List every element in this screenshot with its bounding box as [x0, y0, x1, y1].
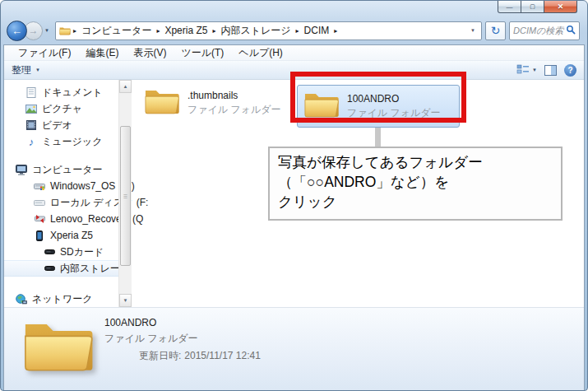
minimize-button[interactable]: — [498, 1, 521, 13]
sidebar-item-label: SDカード [60, 245, 104, 259]
file-type: ファイル フォルダー [188, 103, 281, 117]
recovery-drive-icon [34, 213, 45, 225]
scroll-up-icon[interactable]: ▲ [119, 80, 132, 93]
command-toolbar: 整理 ▼ ▼ [4, 61, 584, 80]
breadcrumb-dcim[interactable]: DCIM [302, 25, 332, 36]
menu-edit[interactable]: 編集(E) [78, 46, 126, 60]
sidebar-item-label: ミュージック [42, 135, 102, 149]
refresh-button[interactable]: ↻ [485, 21, 506, 40]
folder-icon [59, 25, 71, 36]
breadcrumb-separator: ▸ [72, 27, 78, 35]
menu-tools[interactable]: ツール(T) [174, 46, 231, 60]
sidebar-item-local-disk-f[interactable]: ローカル ディスク (F: [4, 194, 132, 211]
forward-arrow-icon: → [29, 25, 39, 36]
sidebar-item-windows7-os[interactable]: Windows7_OS (C:) [4, 178, 132, 194]
help-button[interactable]: ? [564, 64, 576, 77]
sidebar-item-videos[interactable]: ビデオ [4, 117, 132, 133]
sidebar-item-label: ネットワーク [32, 292, 92, 306]
scrollbar-thumb[interactable] [120, 126, 131, 266]
search-box[interactable] [509, 21, 580, 40]
toolbar-right-icons: ▼ ? [516, 64, 576, 77]
sidebar-item-label: コンピューター [32, 163, 102, 177]
change-view-button[interactable]: ▼ [516, 64, 537, 76]
sidebar-item-sd-card[interactable]: SDカード [4, 244, 132, 260]
chevron-down-icon: ▼ [532, 67, 537, 72]
back-arrow-icon: ← [12, 25, 22, 37]
address-dropdown[interactable]: ▼ [468, 28, 478, 33]
sidebar-item-label: ピクチャ [42, 102, 82, 116]
breadcrumb-computer[interactable]: コンピューター [79, 24, 154, 38]
os-drive-icon [34, 180, 45, 192]
scrollbar-track[interactable] [119, 93, 132, 294]
phone-icon [34, 230, 45, 241]
folder-tile-100andro[interactable]: 100ANDRO ファイル フォルダー [297, 85, 460, 128]
recent-pages-dropdown[interactable]: ▼ [44, 28, 49, 33]
folder-icon [144, 86, 180, 120]
annotation-callout: 写真が保存してあるフォルダー （「○○ANDRO」など）を クリック [268, 147, 563, 221]
title-bar[interactable]: — ▢ ✕ [1, 1, 587, 18]
file-type: ファイル フォルダー [347, 106, 441, 120]
selected-folder-icon [22, 313, 104, 391]
sidebar-item-label: Xperia Z5 [50, 230, 93, 241]
menu-view[interactable]: 表示(V) [126, 46, 174, 60]
sd-card-icon [44, 246, 55, 258]
details-file-name: 100ANDRO [104, 317, 261, 328]
sidebar-item-xperia-z5[interactable]: Xperia Z5 [4, 227, 132, 244]
back-button[interactable]: ← [7, 21, 27, 41]
sidebar-scrollbar[interactable]: ▲ ▼ [118, 80, 132, 307]
breadcrumb-xperia-z5[interactable]: Xperia Z5 [162, 25, 210, 36]
document-icon [25, 86, 37, 98]
menu-bar: ファイル(F) 編集(E) 表示(V) ツール(T) ヘルプ(H) [4, 45, 584, 61]
search-input[interactable] [513, 26, 566, 35]
disk-drive-icon [34, 197, 45, 208]
menu-help[interactable]: ヘルプ(H) [231, 46, 290, 60]
preview-pane-icon [544, 65, 557, 76]
network-icon [16, 293, 27, 305]
details-modified: 更新日時:2015/11/17 12:41 [104, 349, 261, 363]
computer-icon [16, 164, 27, 175]
breadcrumb-separator: ▸ [211, 27, 217, 35]
details-pane: 100ANDRO ファイル フォルダー 更新日時:2015/11/17 12:4… [4, 307, 584, 391]
sidebar-item-pictures[interactable]: ピクチャ [4, 100, 132, 117]
views-icon [516, 64, 530, 76]
address-bar[interactable]: ▸ コンピューター ▸ Xperia Z5 ▸ 内部ストレージ ▸ DCIM ▸… [55, 21, 482, 40]
music-note-icon: ♪ [25, 136, 37, 147]
details-modified-label: 更新日時: [139, 350, 181, 361]
sidebar-item-lenovo-recovery[interactable]: Lenovo_Recovery (Q [4, 211, 132, 227]
preview-pane-button[interactable] [544, 65, 557, 76]
organize-button[interactable]: 整理 ▼ [12, 63, 40, 77]
file-name: 100ANDRO [347, 93, 441, 105]
sidebar-item-internal-storage[interactable]: 内部ストレージ [4, 260, 132, 277]
search-icon [566, 23, 576, 38]
sidebar-item-music[interactable]: ♪ ミュージック [4, 133, 132, 150]
file-name: .thumbnails [188, 90, 281, 101]
chevron-down-icon: ▼ [35, 67, 40, 72]
sidebar-item-network[interactable]: ネットワーク [4, 291, 132, 307]
maximize-button[interactable]: ▢ [521, 1, 544, 13]
explorer-body: ファイル(F) 編集(E) 表示(V) ツール(T) ヘルプ(H) 整理 ▼ [3, 44, 585, 391]
nav-buttons: ← → ▼ [7, 21, 52, 41]
sidebar-item-label: ビデオ [42, 119, 72, 133]
refresh-icon: ↻ [491, 24, 501, 37]
menu-file[interactable]: ファイル(F) [11, 46, 78, 60]
sidebar-item-documents[interactable]: ドキュメント [4, 84, 132, 100]
content-area: ドキュメント ピクチャ ビデオ ♪ ミュージック [4, 80, 584, 307]
breadcrumb-separator: ▸ [155, 27, 161, 35]
breadcrumb-separator: ▸ [332, 27, 339, 35]
close-button[interactable]: ✕ [544, 1, 577, 13]
internal-storage-icon [44, 263, 55, 274]
breadcrumb-internal-storage[interactable]: 内部ストレージ [218, 24, 293, 38]
explorer-window: — ▢ ✕ ← → ▼ ▸ コンピューター ▸ Xperi [0, 0, 588, 391]
sidebar-item-label: ドキュメント [42, 86, 103, 100]
navigation-bar: ← → ▼ ▸ コンピューター ▸ Xperia Z5 ▸ 内部ストレージ ▸ … [1, 18, 587, 44]
caption-buttons: — ▢ ✕ [498, 1, 577, 13]
sidebar-item-computer[interactable]: コンピューター [4, 161, 132, 178]
scroll-down-icon[interactable]: ▼ [119, 294, 132, 307]
videos-icon [25, 119, 37, 131]
breadcrumb-separator: ▸ [294, 27, 301, 35]
file-list-pane[interactable]: .thumbnails ファイル フォルダー 100ANDRO ファイル フォル… [132, 80, 584, 307]
details-modified-value: 2015/11/17 12:41 [181, 350, 261, 361]
organize-label: 整理 [12, 63, 31, 77]
folder-icon [303, 89, 340, 123]
folder-tile-thumbnails[interactable]: .thumbnails ファイル フォルダー [138, 81, 288, 124]
